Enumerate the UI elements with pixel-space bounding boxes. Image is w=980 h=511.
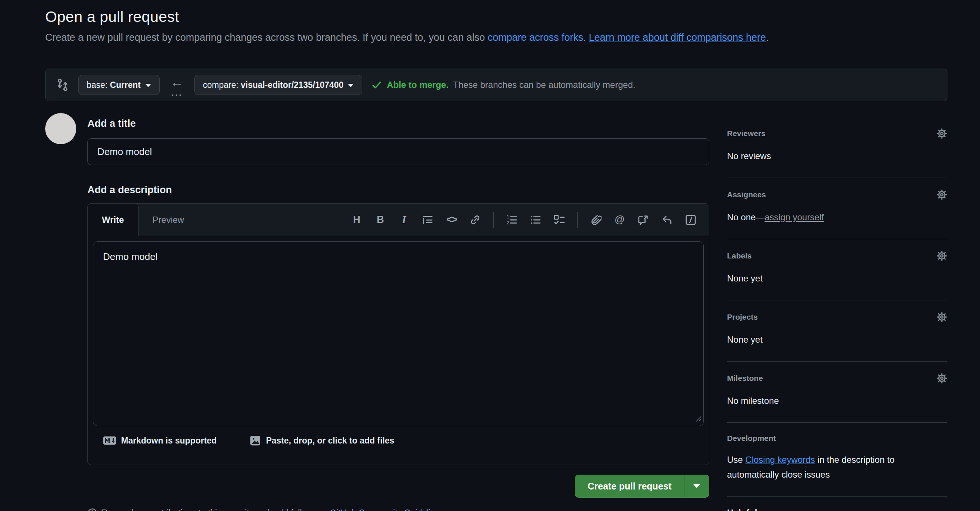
diff-comparisons-link[interactable]: Learn more about diff comparisons here (589, 32, 766, 43)
heading-icon[interactable]: H (351, 212, 362, 227)
projects-label: Projects (727, 313, 758, 321)
title-input[interactable] (88, 138, 709, 165)
labels-label: Labels (727, 251, 752, 260)
svg-text:1: 1 (507, 214, 509, 220)
merge-status: Able to merge. These branches can be aut… (371, 79, 635, 91)
helpful-resources-label: Helpful resources (727, 508, 802, 511)
link-icon[interactable] (469, 212, 481, 227)
markdown-editor: Write Preview H B I <> 12 (88, 203, 709, 465)
pull-request-form: Add a title Add a description Write Prev… (88, 114, 709, 511)
bullet-list-icon[interactable] (530, 212, 541, 227)
development-label: Development (727, 434, 776, 443)
submit-row: Create pull request (88, 475, 709, 498)
image-icon (250, 435, 261, 446)
resize-handle[interactable] (694, 414, 702, 423)
sidebar-section-helpful-resources: Helpful resources GitHub Community Guide… (727, 497, 947, 511)
compare-branch-dropdown[interactable]: compare: visual-editor/2135/107400 (194, 75, 363, 95)
sidebar-section-projects: Projects None yet (727, 300, 947, 362)
description-label: Add a description (88, 184, 709, 196)
branch-compare-bar: base: Current ←… compare: visual-editor/… (45, 69, 947, 101)
editor-footer: Markdown is supported Paste, drop, or cl… (93, 426, 704, 460)
markdown-icon (103, 436, 116, 445)
compare-direction-arrow-icon: ←… (169, 77, 186, 93)
editor-body: Demo model Markdown is supported Paste, … (88, 236, 709, 465)
markdown-supported-link[interactable]: Markdown is supported (98, 430, 233, 451)
compare-across-forks-link[interactable]: compare across forks (488, 32, 583, 43)
subtitle-text: Create a new pull request by comparing c… (45, 32, 488, 43)
base-branch-dropdown[interactable]: base: Current (78, 75, 160, 95)
page-title: Open a pull request (45, 8, 942, 26)
tab-preview[interactable]: Preview (138, 204, 198, 236)
italic-icon[interactable]: I (399, 212, 410, 227)
chevron-down-icon (693, 484, 700, 488)
reviewers-value: No reviews (727, 149, 947, 163)
sidebar-section-development: Development Use Closing keywords in the … (727, 423, 947, 497)
assignees-label: Assignees (727, 190, 766, 199)
cross-reference-icon[interactable] (638, 212, 649, 227)
task-list-icon[interactable] (554, 212, 565, 227)
sidebar: Reviewers No reviews Assignees No one—as… (727, 117, 947, 511)
merge-status-bold: Able to merge. (387, 80, 449, 90)
assignees-value: No one— (727, 212, 764, 222)
projects-value: None yet (727, 332, 947, 347)
gear-icon[interactable] (936, 128, 947, 139)
check-icon (371, 79, 382, 91)
create-pull-request-options-button[interactable] (684, 475, 709, 497)
milestone-value: No milestone (727, 393, 947, 408)
gear-icon[interactable] (936, 311, 947, 323)
sidebar-section-milestone: Milestone No milestone (727, 362, 947, 423)
gear-icon[interactable] (936, 250, 947, 262)
tab-write[interactable]: Write (88, 203, 138, 236)
milestone-label: Milestone (727, 374, 763, 383)
toolbar-separator (578, 212, 578, 228)
code-icon[interactable]: <> (446, 212, 457, 227)
chevron-down-icon (348, 84, 354, 87)
saved-replies-icon[interactable] (685, 212, 696, 227)
git-compare-icon (56, 78, 69, 92)
bold-icon[interactable]: B (375, 212, 386, 227)
sidebar-section-assignees: Assignees No one—assign yourself (727, 178, 947, 239)
paperclip-icon[interactable] (590, 212, 601, 227)
chevron-down-icon (145, 84, 151, 87)
sidebar-section-reviewers: Reviewers No reviews (727, 117, 947, 178)
quote-icon[interactable] (422, 212, 433, 227)
info-icon (88, 508, 97, 511)
create-pull-request-split-button: Create pull request (575, 475, 709, 498)
closing-keywords-link[interactable]: Closing keywords (745, 455, 815, 465)
assign-yourself-link[interactable]: assign yourself (764, 212, 824, 222)
title-label: Add a title (88, 118, 709, 129)
sidebar-section-labels: Labels None yet (727, 239, 947, 300)
page-subtitle: Create a new pull request by comparing c… (45, 31, 942, 44)
community-guidelines-link[interactable]: GitHub Community Guidelines (329, 508, 444, 511)
description-textarea[interactable]: Demo model (93, 241, 704, 426)
reply-icon[interactable] (662, 212, 673, 227)
editor-header: Write Preview H B I <> 12 (88, 204, 709, 236)
numbered-list-icon[interactable]: 12 (506, 212, 517, 227)
page-header: Open a pull request Create a new pull re… (45, 8, 942, 44)
avatar (45, 113, 76, 144)
contribution-note: Remember, contributions to this reposito… (88, 507, 709, 511)
gear-icon[interactable] (936, 373, 947, 384)
mention-icon[interactable]: @ (614, 212, 625, 227)
markdown-toolbar: H B I <> 12 (351, 204, 709, 236)
labels-value: None yet (727, 271, 947, 286)
create-pull-request-button[interactable]: Create pull request (575, 475, 684, 497)
attach-files-button[interactable]: Paste, drop, or click to add files (233, 430, 399, 451)
svg-text:2: 2 (507, 220, 509, 225)
merge-status-text: These branches can be automatically merg… (453, 80, 635, 90)
gear-icon[interactable] (936, 189, 947, 200)
reviewers-label: Reviewers (727, 129, 765, 138)
toolbar-separator (493, 212, 494, 228)
